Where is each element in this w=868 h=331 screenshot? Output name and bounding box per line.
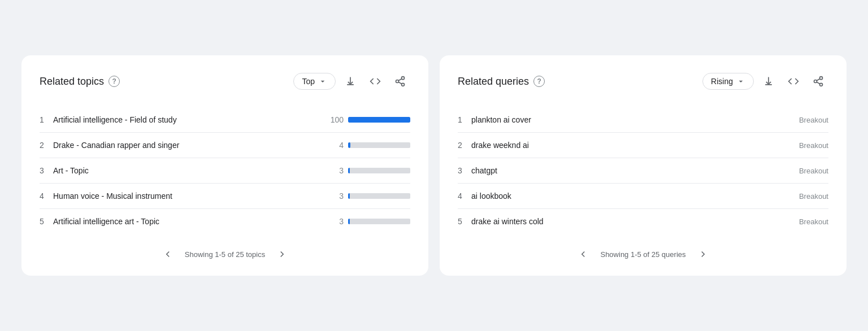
bar-fill	[348, 168, 350, 173]
row-label: drake weeknd ai	[471, 141, 799, 150]
svg-point-6	[814, 80, 817, 83]
related-queries-share-icon[interactable]	[808, 71, 828, 92]
row-number: 5	[458, 217, 471, 226]
related-queries-dropdown[interactable]: Rising	[702, 73, 754, 90]
bar-track	[348, 117, 410, 123]
related-queries-help-icon[interactable]: ?	[533, 76, 545, 87]
bar-track	[348, 168, 410, 173]
row-number: 3	[458, 166, 471, 175]
row-label: Artificial intelligence art - Topic	[53, 217, 328, 226]
row-number: 4	[40, 191, 53, 201]
related-queries-header: Related queries?Rising	[458, 71, 828, 92]
related-topics-footer: Showing 1-5 of 25 topics	[40, 236, 410, 262]
row-value: 3	[328, 166, 344, 175]
related-topics-download-icon[interactable]	[340, 71, 361, 92]
row-value: 4	[328, 141, 344, 150]
table-row[interactable]: 5Artificial intelligence art - Topic3	[40, 209, 410, 234]
row-badge: Breakout	[799, 167, 828, 175]
table-row[interactable]: 5drake ai winters coldBreakout	[458, 209, 828, 234]
bar-track	[348, 193, 410, 199]
related-topics-dropdown-label: Top	[302, 77, 315, 86]
main-container: Related topics?Top 1Artificial intellige…	[21, 55, 847, 276]
pagination-text: Showing 1-5 of 25 queries	[600, 250, 685, 259]
table-row[interactable]: 2Drake - Canadian rapper and singer4	[40, 133, 410, 158]
row-number: 1	[458, 115, 471, 124]
svg-line-3	[398, 82, 402, 84]
row-badge: Breakout	[799, 192, 828, 201]
related-queries-title: Related queries	[458, 76, 529, 88]
row-right: Breakout	[799, 167, 828, 175]
row-value: 3	[328, 217, 344, 226]
prev-page-button[interactable]	[160, 246, 176, 262]
row-value: 3	[328, 191, 344, 201]
row-number: 3	[40, 166, 53, 175]
related-queries-dropdown-label: Rising	[711, 77, 733, 86]
pagination-text: Showing 1-5 of 25 topics	[185, 250, 265, 259]
next-page-button[interactable]	[695, 246, 711, 262]
table-row[interactable]: 2drake weeknd aiBreakout	[458, 133, 828, 158]
row-label: Artificial intelligence - Field of study	[53, 115, 328, 124]
row-number: 2	[458, 141, 471, 150]
related-topics-dropdown[interactable]: Top	[293, 73, 336, 90]
related-topics-title-group: Related topics?	[40, 76, 120, 88]
row-number: 5	[40, 217, 53, 226]
related-queries-title-group: Related queries?	[458, 76, 545, 88]
table-row[interactable]: 4ai lookbookBreakout	[458, 184, 828, 209]
svg-point-2	[402, 83, 405, 86]
row-right: Breakout	[799, 192, 828, 201]
row-right: 100	[328, 115, 410, 124]
bar-track	[348, 142, 410, 148]
row-badge: Breakout	[799, 141, 828, 150]
card-related-topics: Related topics?Top 1Artificial intellige…	[21, 55, 428, 276]
svg-point-0	[402, 77, 405, 80]
related-topics-title: Related topics	[40, 76, 104, 88]
svg-line-9	[817, 79, 820, 80]
table-row[interactable]: 1Artificial intelligence - Field of stud…	[40, 107, 410, 133]
bar-fill	[348, 219, 350, 224]
related-topics-rows: 1Artificial intelligence - Field of stud…	[40, 107, 410, 234]
table-row[interactable]: 4Human voice - Musical instrument3	[40, 184, 410, 209]
bar-fill	[348, 117, 410, 123]
svg-line-4	[398, 79, 402, 80]
row-number: 2	[40, 141, 53, 150]
row-label: chatgpt	[471, 166, 799, 175]
related-queries-rows: 1plankton ai coverBreakout2drake weeknd …	[458, 107, 828, 234]
bar-fill	[348, 193, 350, 199]
svg-point-1	[396, 80, 399, 83]
related-topics-help-icon[interactable]: ?	[108, 76, 120, 87]
next-page-button[interactable]	[274, 246, 290, 262]
related-topics-share-icon[interactable]	[390, 71, 410, 92]
row-label: ai lookbook	[471, 191, 799, 201]
table-row[interactable]: 1plankton ai coverBreakout	[458, 107, 828, 133]
bar-track	[348, 219, 410, 224]
row-right: Breakout	[799, 217, 828, 226]
related-queries-embed-icon[interactable]	[783, 71, 804, 92]
row-right: Breakout	[799, 116, 828, 124]
prev-page-button[interactable]	[575, 246, 591, 262]
table-row[interactable]: 3Art - Topic3	[40, 158, 410, 184]
svg-line-8	[817, 82, 820, 84]
row-label: Human voice - Musical instrument	[53, 191, 328, 201]
row-number: 4	[458, 191, 471, 201]
related-topics-actions: Top	[293, 71, 410, 92]
related-queries-download-icon[interactable]	[758, 71, 779, 92]
row-right: 3	[328, 217, 410, 226]
svg-point-5	[820, 77, 823, 80]
row-label: Art - Topic	[53, 166, 328, 175]
row-label: plankton ai cover	[471, 115, 799, 124]
related-topics-embed-icon[interactable]	[365, 71, 385, 92]
row-badge: Breakout	[799, 217, 828, 226]
svg-point-7	[820, 83, 823, 86]
table-row[interactable]: 3chatgptBreakout	[458, 158, 828, 184]
row-right: 4	[328, 141, 410, 150]
row-label: drake ai winters cold	[471, 217, 799, 226]
related-queries-actions: Rising	[702, 71, 828, 92]
related-topics-header: Related topics?Top	[40, 71, 410, 92]
row-right: 3	[328, 166, 410, 175]
row-value: 100	[328, 115, 344, 124]
card-related-queries: Related queries?Rising 1plankton ai cove…	[440, 55, 847, 276]
row-number: 1	[40, 115, 53, 124]
row-label: Drake - Canadian rapper and singer	[53, 141, 328, 150]
related-queries-footer: Showing 1-5 of 25 queries	[458, 236, 828, 262]
row-right: 3	[328, 191, 410, 201]
